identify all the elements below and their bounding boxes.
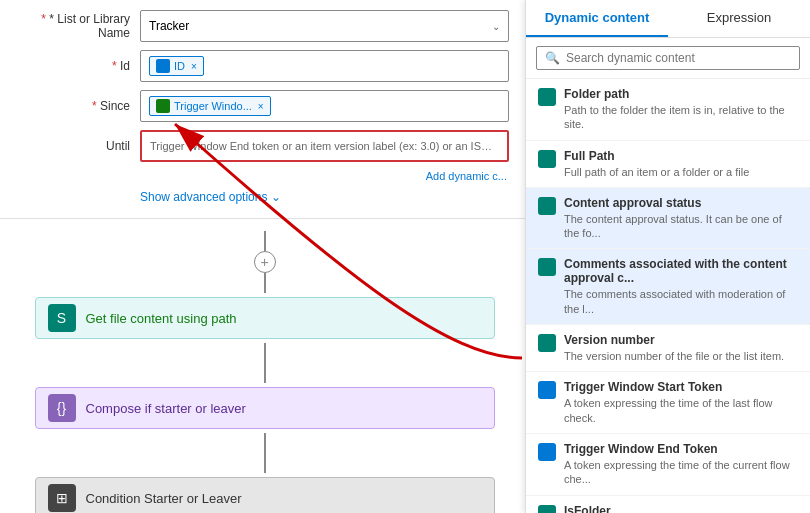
- left-panel: * * List or Library Name Tracker ⌄ * Id …: [0, 0, 530, 513]
- panel-search-area: 🔍: [526, 38, 810, 79]
- tab-dynamic-content[interactable]: Dynamic content: [526, 0, 668, 37]
- tab-expression[interactable]: Expression: [668, 0, 810, 37]
- list-label: * * List or Library Name: [10, 12, 140, 40]
- connector-line-4: [264, 433, 266, 453]
- id-tag-icon: [156, 59, 170, 73]
- panel-tabs: Dynamic content Expression: [526, 0, 810, 38]
- content-approval-text: Content approval status The content appr…: [564, 196, 798, 241]
- connector-2: [264, 343, 266, 383]
- list-item[interactable]: IsFolder: [526, 496, 810, 513]
- list-row: * * List or Library Name Tracker ⌄: [10, 10, 509, 42]
- connector-3: [264, 433, 266, 473]
- id-label: * Id: [10, 59, 140, 73]
- step-compose-label: Compose if starter or leaver: [86, 401, 246, 416]
- version-number-title: Version number: [564, 333, 798, 347]
- search-icon: 🔍: [545, 51, 560, 65]
- connector-line-3: [264, 363, 266, 383]
- since-label: * Since: [10, 99, 140, 113]
- trigger-end-text: Trigger Window End Token A token express…: [564, 442, 798, 487]
- isfolder-text: IsFolder: [564, 504, 798, 513]
- since-field[interactable]: Trigger Windo... ×: [140, 90, 509, 122]
- since-row: * Since Trigger Windo... ×: [10, 90, 509, 122]
- version-number-icon: [538, 334, 556, 352]
- since-tag[interactable]: Trigger Windo... ×: [149, 96, 271, 116]
- connector-line-5: [264, 453, 266, 473]
- until-label: Until: [10, 139, 140, 153]
- version-number-desc: The version number of the file or the li…: [564, 349, 798, 363]
- list-item[interactable]: Comments associated with the content app…: [526, 249, 810, 325]
- id-field[interactable]: ID ×: [140, 50, 509, 82]
- trigger-end-title: Trigger Window End Token: [564, 442, 798, 456]
- show-advanced-options[interactable]: Show advanced options ⌄: [10, 186, 509, 208]
- trigger-end-icon: [538, 443, 556, 461]
- folder-path-title: Folder path: [564, 87, 798, 101]
- trigger-start-title: Trigger Window Start Token: [564, 380, 798, 394]
- content-approval-desc: The content approval status. It can be o…: [564, 212, 798, 241]
- isfolder-title: IsFolder: [564, 504, 798, 513]
- add-dynamic-link[interactable]: Add dynamic c...: [10, 170, 509, 182]
- list-item[interactable]: Trigger Window Start Token A token expre…: [526, 372, 810, 434]
- list-item[interactable]: Version number The version number of the…: [526, 325, 810, 372]
- workflow-area: + S Get file content using path {} Compo…: [0, 219, 529, 513]
- until-placeholder: Trigger Window End token or an item vers…: [150, 140, 499, 152]
- id-tag-remove[interactable]: ×: [191, 61, 197, 72]
- panel-items-list: Folder path Path to the folder the item …: [526, 79, 810, 513]
- search-input[interactable]: [566, 51, 791, 65]
- full-path-icon: [538, 150, 556, 168]
- folder-path-icon: [538, 88, 556, 106]
- content-approval-title: Content approval status: [564, 196, 798, 210]
- folder-path-text: Folder path Path to the folder the item …: [564, 87, 798, 132]
- form-area: * * List or Library Name Tracker ⌄ * Id …: [0, 0, 529, 219]
- list-item[interactable]: Full Path Full path of an item or a fold…: [526, 141, 810, 188]
- connector-line-2: [264, 343, 266, 363]
- id-row: * Id ID ×: [10, 50, 509, 82]
- since-tag-icon: [156, 99, 170, 113]
- list-value: Tracker: [149, 19, 189, 33]
- until-field[interactable]: Trigger Window End token or an item vers…: [140, 130, 509, 162]
- step-compose-icon: {}: [48, 394, 76, 422]
- list-item[interactable]: Content approval status The content appr…: [526, 188, 810, 250]
- step-condition[interactable]: ⊞ Condition Starter or Leaver: [35, 477, 495, 513]
- right-panel: Dynamic content Expression 🔍 Folder path…: [525, 0, 810, 513]
- step-get-file-label: Get file content using path: [86, 311, 237, 326]
- comments-approval-desc: The comments associated with moderation …: [564, 287, 798, 316]
- chevron-down-icon: ⌄: [492, 21, 500, 32]
- step-compose[interactable]: {} Compose if starter or leaver: [35, 387, 495, 429]
- since-tag-remove[interactable]: ×: [258, 101, 264, 112]
- connector-line: [264, 273, 266, 293]
- trigger-start-text: Trigger Window Start Token A token expre…: [564, 380, 798, 425]
- connector-line: [264, 231, 266, 251]
- step-condition-label: Condition Starter or Leaver: [86, 491, 242, 506]
- trigger-end-desc: A token expressing the time of the curre…: [564, 458, 798, 487]
- full-path-title: Full Path: [564, 149, 798, 163]
- list-dropdown[interactable]: Tracker ⌄: [140, 10, 509, 42]
- since-tag-label: Trigger Windo...: [174, 100, 252, 112]
- step-condition-icon: ⊞: [48, 484, 76, 512]
- comments-approval-icon: [538, 258, 556, 276]
- add-step-button[interactable]: +: [254, 251, 276, 273]
- list-item[interactable]: Trigger Window End Token A token express…: [526, 434, 810, 496]
- comments-approval-title: Comments associated with the content app…: [564, 257, 798, 285]
- full-path-desc: Full path of an item or a folder or a fi…: [564, 165, 798, 179]
- comments-approval-text: Comments associated with the content app…: [564, 257, 798, 316]
- version-number-text: Version number The version number of the…: [564, 333, 798, 363]
- id-tag-label: ID: [174, 60, 185, 72]
- isfolder-icon: [538, 505, 556, 513]
- step-get-file[interactable]: S Get file content using path: [35, 297, 495, 339]
- until-row: Until Trigger Window End token or an ite…: [10, 130, 509, 162]
- connector-1: +: [254, 231, 276, 293]
- search-box: 🔍: [536, 46, 800, 70]
- folder-path-desc: Path to the folder the item is in, relat…: [564, 103, 798, 132]
- id-tag[interactable]: ID ×: [149, 56, 204, 76]
- trigger-start-desc: A token expressing the time of the last …: [564, 396, 798, 425]
- chevron-down-icon: ⌄: [271, 190, 281, 204]
- list-item[interactable]: Folder path Path to the folder the item …: [526, 79, 810, 141]
- content-approval-icon: [538, 197, 556, 215]
- full-path-text: Full Path Full path of an item or a fold…: [564, 149, 798, 179]
- trigger-start-icon: [538, 381, 556, 399]
- step-get-file-icon: S: [48, 304, 76, 332]
